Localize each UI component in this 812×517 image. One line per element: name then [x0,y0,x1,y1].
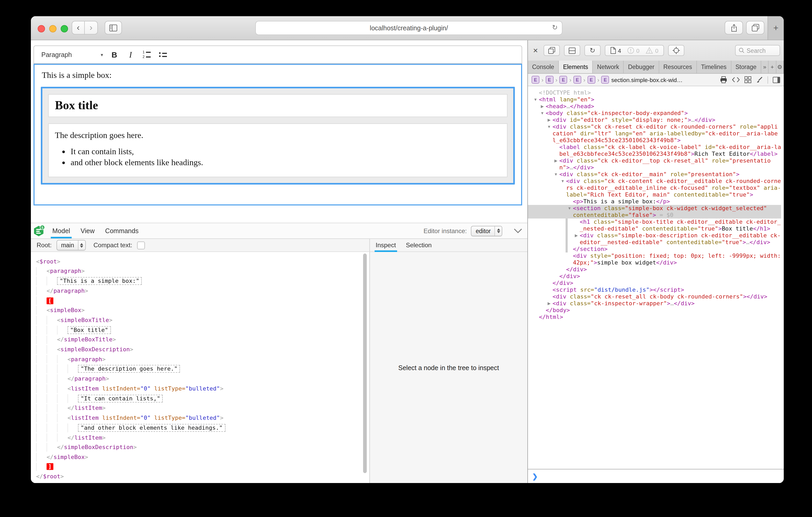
details-sidebar-icon[interactable] [773,77,780,83]
model-tree-line[interactable]: <listItem listIndent="0" listType="bulle… [36,413,369,423]
model-tree-line[interactable]: [ [36,296,369,306]
paragraph-style-dropdown[interactable]: Paragraph ▾ [38,48,106,61]
disclosure-open-icon[interactable]: ▼ [552,171,559,178]
intro-paragraph[interactable]: This is a simple box: [42,70,514,80]
reload-page-button[interactable]: ↻ [584,45,601,56]
collapse-inspector-button[interactable] [514,229,522,233]
add-tab-button[interactable]: + [769,61,776,73]
dom-tree-line[interactable]: </div> [528,266,781,273]
console-prompt-row[interactable]: ❯ [528,469,784,483]
bold-button[interactable]: B [106,48,122,61]
disclosure-closed-icon[interactable]: ▶ [546,117,552,123]
dom-tree-line[interactable]: <label class="ck ck-label ck-voice-label… [528,144,781,157]
element-badge-icon[interactable]: E [602,76,609,84]
disclosure-closed-icon[interactable]: ▶ [546,300,552,307]
dom-tree-line[interactable]: ▼<html lang="en"> [528,96,781,103]
dom-tree-line[interactable]: ▶<div class="ck-inspector-wrapper">…</di… [528,300,781,307]
model-tree-line[interactable]: <simpleBoxDescription> [36,344,369,354]
sidebar-toggle-button[interactable] [105,21,122,34]
dom-tree-line[interactable]: ▼<body class="ck-inspector-body-expanded… [528,110,781,117]
model-tree-line[interactable]: "and other block elements like headings.… [36,423,369,433]
model-tree-line[interactable]: </paragraph> [36,286,369,296]
element-badge-icon[interactable]: E [587,76,595,84]
scrollbar-thumb[interactable] [363,253,367,473]
close-window-button[interactable] [38,25,45,32]
disclosure-closed-icon[interactable]: ▶ [539,103,546,110]
model-tree-line[interactable]: <simpleBoxTitle> [36,315,369,325]
panel-tab-selection[interactable]: Selection [406,239,432,252]
element-badge-icon[interactable]: E [559,76,568,84]
model-tree-line[interactable]: </listItem> [36,433,369,442]
devtools-tab-elements[interactable]: Elements [559,61,593,73]
model-tree-line[interactable]: </simpleBoxDescription> [36,443,369,452]
address-bar[interactable]: localhost/creating-a-plugin/ ↻ [255,21,562,35]
dom-tree-line[interactable]: <script src="dist/bundle.js"></script> [528,286,781,293]
dom-tree-line[interactable]: <div class="ck ck-reset_all ck-body ck-r… [528,293,781,300]
warning-count[interactable]: 0 [646,47,659,54]
list-item[interactable]: It can contain lists, [70,147,501,156]
inspector-tab-model[interactable]: Model [52,223,70,238]
error-count[interactable]: 0 [627,47,639,54]
devtools-tab-console[interactable]: Console [528,61,559,73]
devtools-tab-storage[interactable]: Storage [731,61,761,73]
model-tree-line[interactable]: </simpleBox> [36,452,369,462]
dom-tree-line[interactable]: <!DOCTYPE html> [528,89,781,96]
model-tree-line[interactable]: <listItem listIndent="0" listType="bulle… [36,384,369,393]
dom-tree-line[interactable]: <p>This is a simple box:</p> [528,198,781,205]
layout-grid-icon[interactable] [745,76,751,83]
share-button[interactable] [725,21,743,34]
print-styles-icon[interactable] [720,76,727,83]
simple-box-widget[interactable]: Box title The description goes here. It … [41,87,515,185]
disclosure-open-icon[interactable]: ▼ [566,205,573,212]
numbered-list-button[interactable]: 12 [139,48,155,61]
disclosure-closed-icon[interactable]: ▶ [573,232,580,239]
dom-tree-line[interactable]: ▼<div class="ck ck-content ck-editor__ed… [528,178,781,198]
model-tree-line[interactable]: <simpleBox> [36,306,369,315]
dom-tree-line[interactable]: ▼<div class="ck ck-reset ck-editor ck-ro… [528,123,781,144]
styles-brush-icon[interactable] [756,76,763,83]
model-tree-line[interactable]: </$root> [36,472,369,481]
devtools-tab-debugger[interactable]: Debugger [624,61,659,73]
compact-text-checkbox[interactable] [137,241,145,249]
bulleted-list-button[interactable] [155,48,171,61]
inspector-tab-commands[interactable]: Commands [105,223,139,238]
dom-tree-line[interactable]: ▼<section class="simple-box ck-widget ck… [528,205,781,218]
dom-tree-line[interactable]: ▼<div class="ck ck-editor__main" role="p… [528,171,781,178]
model-tree-line[interactable]: "The description goes here." [36,364,369,374]
forward-button[interactable]: › [85,21,98,34]
disclosure-open-icon[interactable]: ▼ [532,96,539,103]
dom-tree-line[interactable]: </body> [528,307,781,314]
close-devtools-button[interactable]: ✕ [531,47,540,54]
tab-overview-button[interactable] [746,21,764,34]
devtools-tab-timelines[interactable]: Timelines [697,61,731,73]
model-tree-line[interactable]: </simpleBoxTitle> [36,335,369,344]
model-tree-line[interactable]: </listItem> [36,403,369,413]
panel-tab-inspect[interactable]: Inspect [376,239,396,252]
dom-tree-line[interactable]: ▶<div id="editor" style="display: none;"… [528,117,781,123]
model-tree-line[interactable]: </paragraph> [36,374,369,384]
list-item[interactable]: and other block elements like headings. [70,158,501,167]
dom-tree-line[interactable]: ▶<div class="ck ck-editor__top ck-reset_… [528,157,781,171]
model-tree-line[interactable]: "Box title" [36,325,369,335]
back-button[interactable]: ‹ [72,21,85,34]
editor-instance-select[interactable]: editor [471,225,502,236]
root-select[interactable]: main [56,240,86,250]
reload-icon[interactable]: ↻ [552,24,558,31]
model-tree-line[interactable]: ] [36,462,369,472]
dom-tree-line[interactable]: </div> [528,280,781,286]
disclosure-open-icon[interactable]: ▼ [539,110,546,117]
document-count[interactable]: 4 [611,47,621,54]
element-badge-icon[interactable]: E [573,76,581,84]
italic-button[interactable]: I [122,48,139,61]
source-code-icon[interactable] [732,77,740,83]
simple-box-title[interactable]: Box title [48,94,508,117]
dom-tree-line[interactable]: <div style="position: fixed; top: 0px; l… [528,252,781,266]
detach-devtools-button[interactable] [544,45,560,56]
model-tree-line[interactable]: "It can contain lists," [36,393,369,403]
model-tree-line[interactable]: "This is a simple box:" [36,276,369,286]
model-tree-line[interactable]: <$root> [36,257,369,266]
dom-tree-line[interactable]: </html> [528,314,781,321]
minimize-window-button[interactable] [49,25,57,32]
window-titlebar[interactable]: ‹ › localhost/creating-a-plugin/ ↻ [31,16,784,40]
disclosure-open-icon[interactable]: ▼ [559,178,566,185]
